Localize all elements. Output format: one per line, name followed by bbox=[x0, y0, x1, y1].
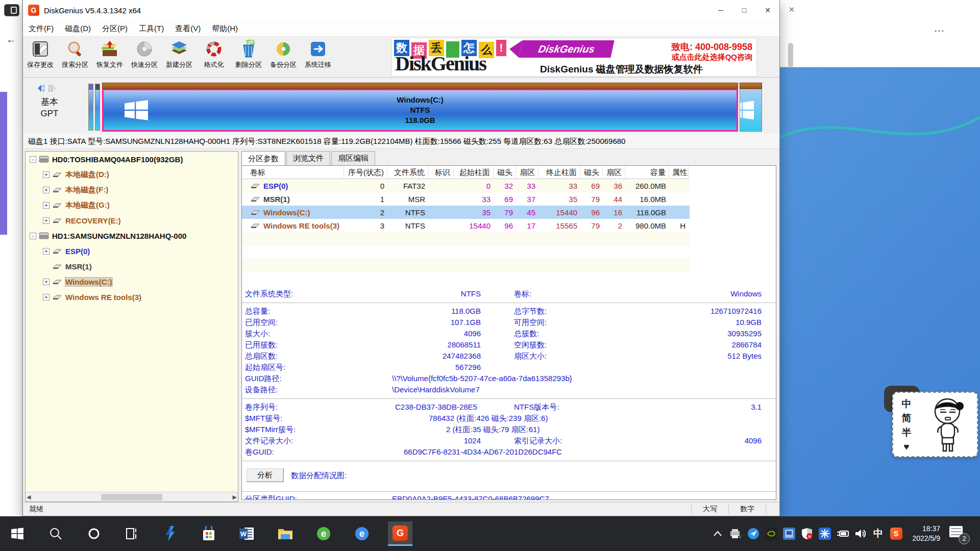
new-partition-button[interactable]: 新建分区 bbox=[162, 38, 197, 77]
tree-item-esp[interactable]: +ESP(0) bbox=[26, 243, 238, 259]
tray-volume-icon[interactable] bbox=[854, 527, 867, 540]
scroll-right-icon[interactable]: ▶ bbox=[233, 494, 237, 500]
windows-logo-icon bbox=[740, 99, 755, 121]
tree-item-hd0[interactable]: -HD0:TOSHIBAMQ04ABF100(932GB) bbox=[26, 152, 238, 167]
tree-item-local-d[interactable]: +本地磁盘(D:) bbox=[26, 167, 238, 182]
scrollbar-thumb[interactable] bbox=[101, 494, 162, 500]
tree-item-local-g[interactable]: +本地磁盘(G:) bbox=[26, 197, 238, 213]
search-icon[interactable] bbox=[43, 521, 68, 546]
toolbar-label: 搜索分区 bbox=[62, 60, 88, 69]
back-arrow-icon[interactable]: ← bbox=[6, 34, 16, 45]
microsoft-store-icon[interactable] bbox=[197, 521, 221, 546]
tray-snowflake-icon[interactable] bbox=[818, 527, 831, 540]
msr-partition-block[interactable] bbox=[95, 84, 100, 131]
search-partition-button[interactable]: 搜索分区 bbox=[58, 38, 92, 77]
close-button[interactable]: ✕ bbox=[756, 0, 779, 20]
ime-mode-labels: 中 简 半 ♥ bbox=[900, 397, 913, 454]
tray-intel-graphics-icon[interactable] bbox=[782, 527, 796, 540]
menu-disk[interactable]: 磁盘(D) bbox=[59, 20, 96, 37]
window-title: DiskGenius V5.4.3.1342 x64 bbox=[44, 6, 141, 15]
next-disk-icon[interactable] bbox=[48, 84, 57, 93]
table-header-row[interactable]: 卷标序号(状态)文件系统标识起始柱面磁头扇区终止柱面磁头扇区容量属性 bbox=[242, 166, 690, 179]
expand-icon[interactable]: + bbox=[43, 202, 50, 209]
tree-horizontal-scrollbar[interactable]: ◀▶ bbox=[26, 492, 238, 502]
start-button[interactable] bbox=[5, 521, 30, 546]
format-icon bbox=[204, 38, 224, 60]
table-row-selected[interactable]: Windows(C:) 2NTFS357945154409616118.0GB bbox=[242, 206, 690, 219]
diskgenius-taskbar-icon[interactable]: G bbox=[388, 521, 412, 546]
tab-sector-edit[interactable]: 扇区编辑 bbox=[331, 151, 375, 165]
save-changes-button[interactable]: 保存更改 bbox=[23, 38, 58, 77]
expand-icon[interactable]: + bbox=[43, 279, 50, 285]
table-row[interactable]: ESP(0) 0FAT3203233336936260.0MB bbox=[242, 179, 690, 192]
format-button[interactable]: 格式化 bbox=[197, 38, 231, 77]
system-migrate-button[interactable]: 系统迁移 bbox=[301, 38, 335, 77]
collapse-icon[interactable]: - bbox=[30, 156, 36, 163]
delete-partition-button[interactable]: 删除分区 bbox=[231, 38, 266, 77]
ad-tile: ! bbox=[496, 40, 506, 56]
task-view-icon[interactable] bbox=[120, 521, 144, 546]
menu-partition[interactable]: 分区(P) bbox=[96, 20, 133, 37]
tree-item-local-f[interactable]: +本地磁盘(F:) bbox=[26, 182, 238, 197]
expand-icon[interactable]: + bbox=[43, 294, 50, 300]
tray-messenger-icon[interactable] bbox=[747, 527, 760, 540]
scroll-left-icon[interactable]: ◀ bbox=[27, 494, 31, 500]
minimize-button[interactable]: ─ bbox=[709, 0, 732, 20]
esp-partition-block[interactable] bbox=[88, 84, 93, 131]
quick-partition-button[interactable]: 快速分区 bbox=[127, 38, 162, 77]
toolbar-label: 备份分区 bbox=[270, 60, 297, 69]
cortana-icon[interactable] bbox=[82, 521, 106, 546]
tree-item-windows-re[interactable]: +Windows RE tools(3) bbox=[26, 289, 238, 305]
backup-partition-button[interactable]: 备份分区 bbox=[266, 38, 301, 77]
advertisement-banner[interactable]: 数 据 丢 怎 么 ! DiskGenius DiskGenius 致电: 40… bbox=[391, 38, 757, 77]
desktop-accent-strip bbox=[0, 92, 7, 235]
close-icon[interactable]: ✕ bbox=[784, 3, 799, 16]
expand-icon[interactable]: + bbox=[43, 171, 50, 178]
menu-file[interactable]: 文件(F) bbox=[23, 20, 59, 37]
pinned-app-icon[interactable] bbox=[158, 521, 183, 546]
internet-explorer-icon[interactable]: e bbox=[311, 521, 336, 546]
more-options-icon[interactable]: ⋯ bbox=[934, 24, 944, 37]
menu-tools[interactable]: 工具(T) bbox=[133, 20, 169, 37]
table-row[interactable]: MSR(1) 1MSR33693735794416.0MB bbox=[242, 192, 690, 206]
file-explorer-icon[interactable] bbox=[273, 521, 298, 546]
word-icon[interactable]: W bbox=[235, 521, 259, 546]
collapse-icon[interactable]: - bbox=[30, 233, 36, 239]
ime-floating-widget[interactable]: 中 简 半 ♥ bbox=[892, 392, 978, 457]
notification-center-icon[interactable]: 2 bbox=[949, 525, 967, 542]
tray-printer-icon[interactable]: ✓ bbox=[729, 527, 742, 540]
tray-battery-icon[interactable] bbox=[836, 527, 849, 540]
diskgenius-logo-icon: G bbox=[28, 5, 39, 16]
edge-icon[interactable]: e bbox=[350, 521, 374, 546]
analyze-button[interactable]: 分析 bbox=[246, 468, 284, 482]
maximize-button[interactable]: □ bbox=[732, 0, 756, 20]
windows-taskbar: W e e G ✓ ✕ 中 S 18:37 2022/5/9 2 bbox=[0, 516, 980, 551]
table-empty-row bbox=[242, 245, 690, 259]
menu-help[interactable]: 帮助(H) bbox=[206, 20, 243, 37]
tree-item-windows-c[interactable]: +Windows(C:) bbox=[26, 274, 238, 289]
tree-item-recovery-e[interactable]: +RECOVERY(E:) bbox=[26, 213, 238, 228]
tree-item-msr[interactable]: MSR(1) bbox=[26, 259, 238, 274]
taskbar-clock[interactable]: 18:37 2022/5/9 bbox=[913, 524, 941, 543]
tray-ime-indicator[interactable]: 中 bbox=[872, 527, 885, 540]
expand-icon[interactable]: + bbox=[43, 187, 50, 193]
partition-icon bbox=[52, 171, 62, 178]
tab-browse-files[interactable]: 浏览文件 bbox=[286, 151, 330, 165]
tab-partition-params[interactable]: 分区参数 bbox=[241, 151, 285, 165]
table-row[interactable]: Windows RE tools(3) 3NTFS154409617155657… bbox=[242, 219, 690, 232]
windows-re-partition-block[interactable] bbox=[740, 83, 762, 132]
tray-defender-icon[interactable]: ✕ bbox=[800, 527, 814, 540]
windows-c-partition-block[interactable]: Windows(C:) NTFS 118.0GB bbox=[102, 83, 738, 132]
tray-diskgenius-icon[interactable]: S bbox=[890, 527, 903, 540]
tree-item-hd1[interactable]: -HD1:SAMSUNGMZNLN128HAHQ-000 bbox=[26, 228, 238, 243]
expand-icon[interactable]: + bbox=[43, 217, 50, 224]
title-bar: G DiskGenius V5.4.3.1342 x64 ─ □ ✕ bbox=[23, 0, 779, 20]
tray-chevron-up-icon[interactable] bbox=[711, 527, 724, 540]
menu-view[interactable]: 查看(V) bbox=[169, 20, 206, 37]
ad-qq-link[interactable]: 或点击此处选择QQ咨询 bbox=[672, 53, 752, 62]
expand-icon[interactable]: + bbox=[43, 248, 50, 255]
prev-disk-icon[interactable] bbox=[36, 84, 44, 93]
recover-files-button[interactable]: 恢复文件 bbox=[92, 38, 127, 77]
scrollbar-thumb[interactable] bbox=[788, 43, 793, 67]
tray-nvidia-icon[interactable] bbox=[765, 527, 778, 540]
